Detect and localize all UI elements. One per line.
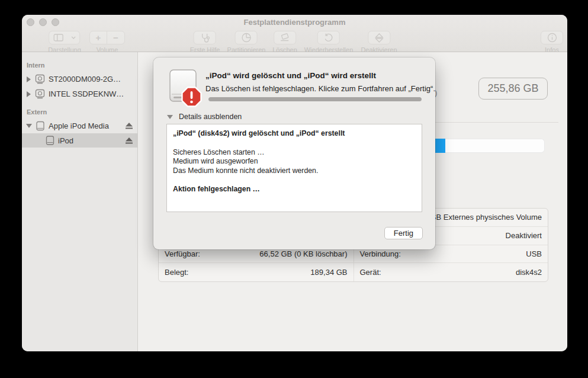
- sidebar-section-external: Extern: [22, 108, 137, 116]
- available-label: Verfügbar:: [165, 249, 259, 258]
- connection-value: USB: [526, 249, 542, 258]
- eject-icon[interactable]: [126, 137, 133, 144]
- table-cell-device: Gerät: disk4s2: [354, 263, 548, 281]
- available-value: 66,52 GB (0 KB löschbar): [259, 249, 347, 258]
- add-volume-button[interactable]: +: [90, 31, 107, 44]
- log-heading: „iPod“ (disk4s2) wird gelöscht und „iPod…: [173, 129, 416, 139]
- toolbar-item-first-aid: Erste Hilfe: [190, 31, 220, 53]
- info-icon: [547, 33, 557, 43]
- disclosure-down-icon[interactable]: [26, 124, 32, 128]
- chevron-down-icon: [71, 36, 76, 39]
- stethoscope-icon: [200, 33, 210, 43]
- sidebar-item-label: ST2000DM009-2G…: [49, 75, 133, 84]
- sidebar-item-label: Apple iPod Media: [49, 121, 126, 130]
- volume-add-remove-group: + −: [89, 31, 125, 44]
- toolbar-item-view: Darstellung: [48, 31, 81, 53]
- window-title: Festplattendienstprogramm: [22, 18, 567, 27]
- sidebar: Intern ST2000DM009-2G…: [22, 52, 138, 351]
- partition-pie-icon: [241, 33, 251, 43]
- internal-disk-icon: [35, 89, 45, 99]
- disclosure-right-icon[interactable]: [27, 76, 31, 82]
- external-disk-icon: [36, 121, 45, 131]
- sidebar-item-ipod-volume[interactable]: iPod: [22, 133, 137, 148]
- toolbar-item-unmount: Deaktivieren: [361, 31, 397, 53]
- sidebar-section-internal: Intern: [22, 62, 137, 69]
- disclosure-right-icon[interactable]: [27, 91, 31, 97]
- toolbar-item-restore: Wiederherstellen: [304, 31, 354, 53]
- mount-state-value: Deaktiviert: [506, 231, 542, 240]
- sidebar-item-label: INTEL SSDPEKNW…: [49, 89, 133, 98]
- restore-button[interactable]: [317, 31, 340, 44]
- table-cell-used: Belegt: 189,34 GB: [159, 263, 354, 281]
- toolbar-item-erase: Löschen: [272, 31, 297, 53]
- eject-icon[interactable]: [126, 123, 133, 129]
- error-badge-icon: [181, 87, 202, 107]
- unmount-eject-icon: [375, 33, 383, 43]
- progress-fill: [208, 97, 422, 101]
- connection-label: Verbindung:: [360, 249, 526, 258]
- log-line: Medium wird ausgeworfen: [173, 157, 416, 166]
- details-disclosure[interactable]: Details ausblenden: [168, 113, 242, 121]
- info-button[interactable]: [541, 31, 563, 44]
- screenshot-stage: Festplattendienstprogramm Darstellung + …: [0, 0, 588, 378]
- titlebar-toolbar: Festplattendienstprogramm Darstellung + …: [22, 15, 567, 52]
- capacity-badge: 255,86 GB: [478, 78, 548, 100]
- type-value: USB Externes physisches Volume: [425, 213, 542, 222]
- remove-volume-button[interactable]: −: [107, 31, 124, 44]
- view-button[interactable]: [49, 31, 80, 44]
- used-label: Belegt:: [165, 268, 310, 277]
- done-button[interactable]: Fertig: [384, 227, 423, 239]
- dialog-title: „iPod“ wird gelöscht und „iPod“ wird ers…: [205, 71, 376, 80]
- toolbar-item-volume: + − Volume: [89, 31, 125, 53]
- sidebar-item-apple-ipod-media[interactable]: Apple iPod Media: [22, 118, 137, 133]
- erase-failed-dialog: „iPod“ wird gelöscht und „iPod“ wird ers…: [153, 57, 435, 249]
- log-line: Das Medium konnte nicht deaktiviert werd…: [173, 166, 416, 176]
- device-label: Gerät:: [360, 268, 516, 277]
- sidebar-item-disk-st2000[interactable]: ST2000DM009-2G…: [22, 72, 137, 87]
- sidebar-item-label: iPod: [58, 136, 126, 145]
- unmount-button[interactable]: [368, 31, 390, 44]
- log-footer: Aktion fehlgeschlagen …: [173, 185, 416, 194]
- dialog-progress-bar: [208, 97, 422, 101]
- eraser-icon: [280, 33, 290, 42]
- erase-button[interactable]: [274, 31, 296, 44]
- sidebar-item-disk-intel[interactable]: INTEL SSDPEKNW…: [22, 87, 137, 101]
- disk-utility-window: Festplattendienstprogramm Darstellung + …: [22, 15, 567, 351]
- dialog-subtitle: Das Löschen ist fehlgeschlagen. Klicke z…: [205, 84, 435, 93]
- operation-log: „iPod“ (disk4s2) wird gelöscht und „iPod…: [166, 124, 422, 212]
- internal-disk-icon: [35, 74, 45, 84]
- used-value: 189,34 GB: [310, 268, 347, 277]
- toolbar-item-info: Infos: [541, 31, 563, 53]
- log-line: Sicheres Löschen starten …: [173, 148, 416, 158]
- volume-icon: [46, 136, 54, 145]
- sidebar-panel-icon: [53, 34, 63, 41]
- partition-button[interactable]: [235, 31, 258, 44]
- device-value: disk4s2: [516, 268, 542, 277]
- restore-arrow-icon: [324, 33, 333, 42]
- first-aid-button[interactable]: [194, 31, 216, 44]
- details-toggle-label: Details ausblenden: [179, 113, 242, 121]
- disclosure-down-icon: [167, 115, 173, 119]
- toolbar-item-partition: Partitionieren: [227, 31, 266, 53]
